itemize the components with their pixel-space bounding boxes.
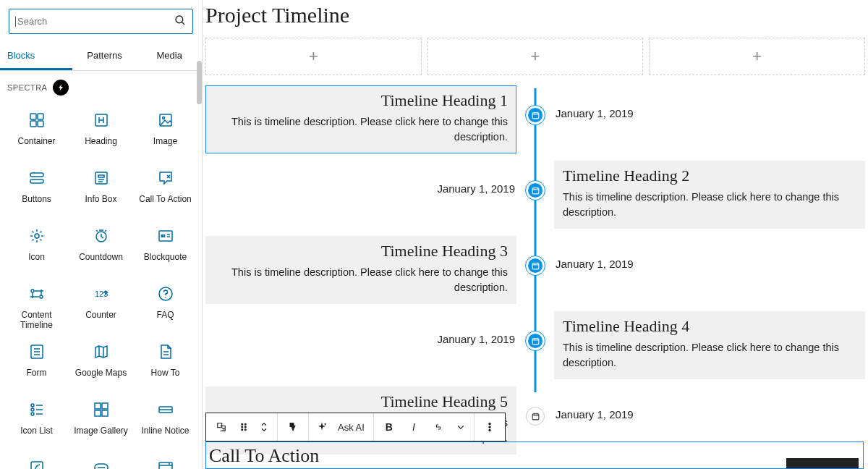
buttons-icon	[28, 169, 46, 187]
block-buttons[interactable]: Buttons	[4, 164, 69, 217]
block-blockquote[interactable]: Blockquote	[133, 221, 197, 275]
bold-button[interactable]: B	[377, 414, 401, 440]
timeline-card[interactable]: Timeline Heading 2This is timeline descr…	[554, 161, 865, 229]
calendar-icon	[526, 181, 545, 200]
svg-point-15	[35, 234, 39, 238]
drag-handle[interactable]	[234, 414, 254, 440]
svg-rect-12	[98, 175, 104, 177]
block-infobox[interactable]: Info Box	[69, 164, 133, 217]
timeline-date[interactable]: January 1, 2019	[556, 107, 634, 119]
container-icon	[28, 111, 46, 129]
timeline-date[interactable]: January 1, 2019	[437, 333, 515, 345]
block-search[interactable]	[9, 9, 193, 34]
svg-point-77	[489, 429, 490, 431]
block-counter[interactable]: 123Counter	[69, 279, 133, 333]
block-modal[interactable]: Modal	[133, 453, 197, 469]
column-add-2[interactable]: +	[427, 38, 644, 75]
svg-point-24	[165, 297, 166, 298]
tab-blocks[interactable]: Blocks	[0, 43, 72, 70]
timeline-card[interactable]: Timeline Heading 4This is timeline descr…	[554, 311, 865, 379]
timeline-heading[interactable]: Timeline Heading 3	[214, 242, 508, 261]
icon-icon	[28, 227, 46, 245]
block-lottie[interactable]: Lottie	[4, 453, 69, 469]
timeline-heading[interactable]: Timeline Heading 4	[563, 317, 856, 336]
svg-point-21	[40, 295, 43, 298]
timeline-item-2[interactable]: Timeline Heading 2This is timeline descr…	[205, 161, 865, 229]
tab-media[interactable]: Media	[137, 43, 202, 70]
calendar-icon	[526, 407, 545, 426]
options-button[interactable]	[477, 414, 502, 440]
timeline-desc[interactable]: This is timeline description. Please cli…	[563, 190, 856, 220]
timeline-item-4[interactable]: Timeline Heading 4This is timeline descr…	[205, 311, 865, 379]
block-howto[interactable]: How To	[133, 337, 197, 391]
timeline-desc[interactable]: This is timeline description. Please cli…	[563, 340, 856, 371]
timeline-date[interactable]: January 1, 2019	[556, 408, 634, 421]
timeline-item-1[interactable]: Timeline Heading 1This is timeline descr…	[205, 85, 865, 153]
svg-point-72	[244, 426, 246, 428]
timeline-heading[interactable]: Timeline Heading 2	[563, 166, 856, 185]
lottie-icon	[28, 459, 46, 469]
columns-placeholder: + + +	[203, 38, 868, 85]
timeline-desc[interactable]: This is timeline description. Please cli…	[214, 114, 508, 145]
ask-ai-button[interactable]: Ask AI	[332, 422, 370, 433]
block-iconlist[interactable]: Icon List	[4, 395, 69, 449]
scrollbar-thumb[interactable]	[197, 61, 202, 104]
block-countdown[interactable]: Countdown	[69, 221, 133, 275]
move-up-down[interactable]	[254, 414, 274, 440]
svg-rect-39	[95, 410, 101, 416]
block-container[interactable]: Container	[4, 106, 69, 159]
svg-rect-5	[38, 121, 43, 127]
countdown-icon	[93, 227, 110, 245]
column-add-1[interactable]: +	[205, 38, 422, 75]
italic-button[interactable]: I	[401, 414, 426, 440]
svg-rect-61	[532, 338, 539, 344]
svg-point-73	[242, 429, 243, 431]
form-icon	[28, 343, 46, 360]
cta-block[interactable]: Call To Action	[205, 441, 864, 469]
block-inserter-panel: Blocks Patterns Media SPECTRA ContainerH…	[0, 0, 203, 469]
timeline-date[interactable]: January 1, 2019	[437, 182, 515, 195]
ai-sparkle-icon[interactable]	[312, 414, 332, 440]
column-add-3[interactable]: +	[649, 38, 865, 75]
block-form[interactable]: Form	[4, 337, 69, 391]
timeline-heading[interactable]: Timeline Heading 5	[214, 392, 508, 411]
timeline-date[interactable]: January 1, 2019	[556, 258, 634, 270]
block-marketing[interactable]: Marketing	[69, 453, 133, 469]
block-faq[interactable]: FAQ	[133, 279, 197, 333]
search-icon	[174, 14, 187, 29]
timeline-item-3[interactable]: Timeline Heading 3This is timeline descr…	[205, 236, 865, 304]
timeline-card[interactable]: Timeline Heading 1This is timeline descr…	[205, 85, 516, 153]
svg-point-0	[176, 16, 183, 23]
cta-title[interactable]: Call To Action	[209, 445, 319, 467]
block-icon[interactable]: Icon	[4, 221, 69, 275]
svg-point-20	[31, 290, 34, 292]
block-type-button[interactable]	[209, 414, 234, 440]
cta-button[interactable]	[786, 458, 859, 468]
block-gallery[interactable]: Image Gallery	[69, 395, 133, 449]
timeline-desc[interactable]: This is timeline description. Please cli…	[214, 265, 508, 295]
block-maps[interactable]: Google Maps	[69, 337, 133, 391]
svg-rect-40	[102, 410, 108, 416]
svg-line-1	[182, 22, 184, 25]
timeline-card[interactable]: Timeline Heading 3This is timeline descr…	[205, 236, 516, 304]
link-button[interactable]	[426, 414, 451, 440]
content-timeline-block[interactable]: Timeline Heading 1This is timeline descr…	[203, 85, 868, 455]
svg-rect-44	[95, 464, 108, 469]
block-heading[interactable]: Heading	[69, 106, 133, 159]
block-notice[interactable]: Inline Notice	[133, 395, 197, 449]
svg-rect-57	[532, 263, 539, 269]
more-rich-text[interactable]	[451, 414, 471, 440]
infobox-icon	[93, 169, 110, 187]
block-image[interactable]: Image	[133, 106, 197, 159]
calendar-icon	[526, 256, 545, 275]
search-input[interactable]	[17, 16, 174, 27]
svg-rect-53	[532, 187, 539, 193]
copy-style-button[interactable]	[281, 414, 305, 440]
block-timeline[interactable]: Content Timeline	[4, 279, 69, 333]
svg-point-8	[162, 117, 164, 119]
timeline-heading[interactable]: Timeline Heading 1	[214, 91, 508, 110]
block-cta[interactable]: Call To Action	[133, 164, 197, 217]
page-title[interactable]: Project Timeline	[203, 0, 868, 38]
tab-patterns[interactable]: Patterns	[72, 43, 137, 70]
gallery-icon	[93, 401, 110, 418]
